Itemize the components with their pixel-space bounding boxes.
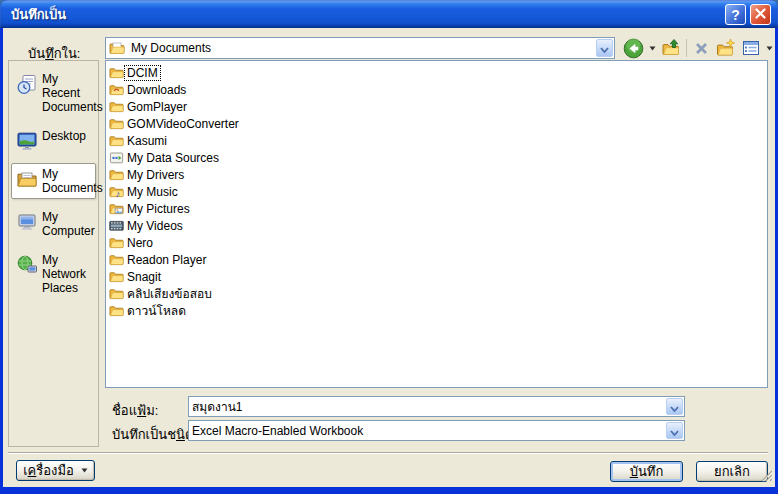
file-name-combobox [188, 396, 685, 417]
file-item[interactable]: My Data Sources [108, 149, 765, 166]
close-button[interactable] [750, 4, 771, 25]
file-item-label: My Pictures [125, 202, 192, 216]
back-dropdown-icon[interactable] [649, 46, 656, 51]
folder-icon [108, 167, 125, 182]
close-icon [754, 6, 767, 24]
places-bar: My Recent DocumentsDesktopMy DocumentsMy… [8, 60, 99, 447]
file-item-label: DCIM [125, 66, 160, 80]
file-name-input[interactable] [192, 398, 652, 415]
file-item[interactable]: My Drivers [108, 166, 765, 183]
file-item-label: GomPlayer [125, 100, 189, 114]
up-one-level-button[interactable] [661, 38, 681, 58]
file-item-label: My Drivers [125, 168, 186, 182]
datasources-icon [108, 150, 125, 165]
views-dropdown-icon[interactable] [766, 46, 773, 51]
file-item[interactable]: Nero [108, 234, 765, 251]
sidebar-item-my-network-places[interactable]: My Network Places [11, 249, 96, 299]
file-item[interactable]: Snagit [108, 268, 765, 285]
folder-icon [108, 252, 125, 267]
file-item[interactable]: GOMVideoConverter [108, 115, 765, 132]
new-folder-button[interactable] [716, 38, 736, 58]
titlebar[interactable]: บันทึกเป็น ? [0, 0, 778, 28]
mydocs-icon [16, 168, 40, 190]
save-in-combobox[interactable]: My Documents [105, 37, 615, 59]
file-item[interactable]: DCIM [108, 64, 765, 81]
file-list: DCIMDownloadsGomPlayerGOMVideoConverterK… [105, 60, 768, 388]
folder-icon [108, 133, 125, 148]
file-item[interactable]: Readon Player [108, 251, 765, 268]
folder-icon [108, 303, 125, 318]
file-item-label: ดาวน์โหลด [125, 301, 188, 320]
sidebar-item-label: My Computer [40, 210, 95, 238]
file-item[interactable]: Kasumi [108, 132, 765, 149]
toolbar [623, 36, 773, 60]
save-as-type-dropdown-button[interactable] [666, 422, 683, 439]
file-name-label: ชื่อแฟ้ม: [112, 400, 158, 421]
save-button-label: บันทึก [630, 461, 664, 482]
file-item-label: Nero [125, 236, 155, 250]
help-button[interactable]: ? [725, 4, 746, 25]
save-in-value: My Documents [131, 41, 211, 55]
sidebar-item-desktop[interactable]: Desktop [11, 125, 96, 156]
views-button[interactable] [741, 38, 761, 58]
file-name-dropdown-button[interactable] [666, 398, 683, 415]
file-item-label: My Data Sources [125, 151, 221, 165]
sidebar-item-my-documents[interactable]: My Documents [11, 163, 96, 199]
network-icon [16, 254, 40, 276]
cancel-button[interactable]: ยกเลิก [696, 461, 768, 482]
sidebar-item-label: Desktop [40, 129, 93, 143]
desktop-icon [16, 130, 40, 152]
file-item[interactable]: คลิปเสียงข้อสอบ [108, 285, 765, 302]
chevron-down-icon [600, 39, 609, 57]
question-mark-icon: ? [731, 7, 740, 23]
sidebar-item-my-recent-documents[interactable]: My Recent Documents [11, 68, 96, 118]
folder-downloads-icon [108, 82, 125, 97]
file-item[interactable]: My Videos [108, 217, 765, 234]
separator [8, 452, 768, 454]
save-as-type-combobox [188, 420, 685, 441]
folder-icon [108, 65, 125, 80]
sidebar-item-label: My Recent Documents [40, 72, 98, 114]
file-item[interactable]: Downloads [108, 81, 765, 98]
file-item-label: Downloads [125, 83, 188, 97]
videos-icon [108, 218, 125, 233]
folder-music-icon: ♪ [108, 184, 125, 199]
chevron-down-icon [670, 422, 679, 440]
folder-pictures-icon [108, 201, 125, 216]
file-item[interactable]: GomPlayer [108, 98, 765, 115]
chevron-down-icon [670, 398, 679, 416]
file-item-label: Kasumi [125, 134, 169, 148]
toolbar-separator [686, 39, 687, 57]
file-item[interactable]: My Pictures [108, 200, 765, 217]
sidebar-item-label: My Documents [40, 167, 98, 195]
resize-grip[interactable] [760, 468, 774, 486]
file-item-label: GOMVideoConverter [125, 117, 241, 131]
folder-icon [108, 269, 125, 284]
save-button[interactable]: บันทึก [610, 461, 683, 482]
cancel-button-label: ยกเลิก [714, 461, 750, 482]
save-as-type-label: บันทึกเป็นชนิด: [112, 424, 197, 445]
folder-icon [108, 286, 125, 301]
sidebar-item-my-computer[interactable]: My Computer [11, 206, 96, 242]
dialog-body: บันทึกใน: My Documents My Recent Documen… [3, 28, 775, 487]
my-documents-folder-icon [109, 40, 125, 56]
save-as-type-input[interactable] [192, 422, 652, 439]
folder-icon [108, 116, 125, 131]
file-item-label: My Videos [125, 219, 185, 233]
save-in-dropdown-button[interactable] [596, 39, 613, 57]
file-item[interactable]: ♪My Music [108, 183, 765, 200]
tools-button-label: เครื่องมือ [23, 460, 74, 481]
chevron-down-icon [81, 468, 88, 473]
tools-button[interactable]: เครื่องมือ [16, 460, 95, 481]
file-item[interactable]: ดาวน์โหลด [108, 302, 765, 319]
file-item-label: My Music [125, 185, 180, 199]
recent-icon [16, 73, 40, 95]
svg-text:♪: ♪ [116, 189, 121, 199]
file-item-label: Snagit [125, 270, 163, 284]
sidebar-item-label: My Network Places [40, 253, 93, 295]
file-item-label: Readon Player [125, 253, 208, 267]
dialog-title: บันทึกเป็น [0, 4, 66, 25]
back-button[interactable] [623, 38, 644, 59]
mycomputer-icon [16, 211, 40, 233]
delete-button[interactable] [692, 39, 711, 58]
